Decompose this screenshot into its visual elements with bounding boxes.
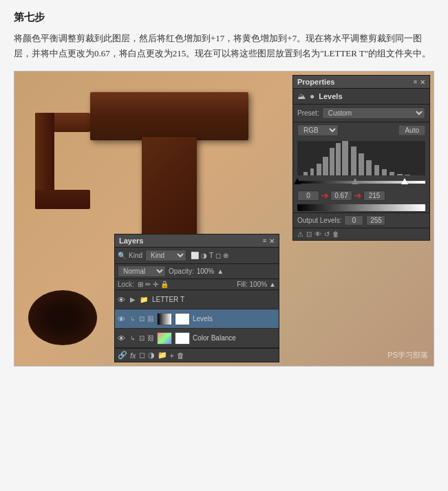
input-white-field[interactable]: 215 (363, 190, 385, 201)
fill-arrow[interactable]: ▲ (269, 281, 276, 288)
levels-indent-icon: ↳ (130, 316, 136, 323)
prop-clip-icon[interactable]: ⊡ (306, 230, 312, 238)
output-label: Output Levels: (297, 217, 341, 224)
fill-label: Fill: 100% (237, 281, 267, 288)
colorbal-layer-name: Color Balance (193, 334, 276, 342)
levels-dot-icon: ● (310, 91, 314, 101)
output-gradient-track (297, 204, 425, 211)
histo-bar (342, 141, 348, 175)
input-levels-slider[interactable] (297, 178, 425, 186)
opacity-label: Opacity: (169, 268, 194, 275)
preset-row: Preset: Custom Default (293, 105, 429, 122)
histo-bar (397, 174, 402, 176)
colorbal-clip-icon: ⊡ (139, 334, 145, 342)
colorbal-eye-icon[interactable]: 👁 (118, 334, 127, 342)
layers-titlebar: Layers ≡ ✕ (115, 234, 279, 248)
preset-label: Preset: (297, 109, 319, 117)
properties-panel: Properties ≡ ✕ ⛰ ● Levels Preset: Custom… (292, 75, 430, 241)
histo-bar (336, 143, 341, 176)
opacity-value: 100% (197, 268, 215, 275)
output-white-field[interactable]: 255 (366, 215, 385, 226)
histo-bar (405, 175, 409, 176)
white-point-handle[interactable] (401, 178, 408, 184)
prop-eye-icon[interactable]: 👁 (314, 230, 321, 238)
link-icon[interactable]: 🔗 (118, 351, 127, 360)
mask-icon[interactable]: ◻ (139, 351, 145, 360)
levels-mountain-icon: ⛰ (297, 91, 306, 101)
output-black-field[interactable]: 0 (344, 215, 363, 226)
prop-warning-icon: ⚠ (297, 230, 303, 238)
search-icon: 🔍 (118, 252, 126, 259)
prop-reset-icon[interactable]: ↺ (324, 230, 330, 238)
output-row: Output Levels: 0 255 (293, 212, 429, 228)
lock-row: Lock: ⊞ ✏ ✛ 🔒 Fill: 100% ▲ (115, 279, 279, 290)
levels-mask-thumb (175, 313, 190, 325)
type-icon[interactable]: T (209, 252, 213, 259)
arrow-right-icon: ➜ (354, 190, 362, 201)
preset-select[interactable]: Custom Default (322, 107, 425, 119)
layers-menu-icon[interactable]: ≡ (263, 237, 266, 244)
input-black-field[interactable]: 0 (297, 190, 319, 201)
histo-bar (366, 160, 371, 176)
kind-select[interactable]: Kind (145, 250, 186, 261)
kind-label: Kind (129, 252, 142, 259)
opacity-arrow[interactable]: ▲ (217, 268, 224, 275)
group-layer-name: LETTER T (152, 296, 276, 303)
lock-position-icon[interactable]: ✛ (153, 281, 158, 288)
group-eye-icon[interactable]: 👁 (118, 296, 127, 304)
smart-icon[interactable]: ⊕ (223, 252, 228, 259)
step-title: 第七步 (14, 11, 434, 24)
input-mid-field[interactable]: 0.67 (330, 190, 352, 201)
histo-bar (359, 153, 363, 176)
prop-panel-controls: ≡ ✕ (414, 78, 425, 86)
choc-c-bottom (35, 190, 90, 209)
histogram-area (297, 141, 425, 175)
levels-link-icon: ⛓ (147, 315, 154, 323)
layers-panel: Layers ≡ ✕ 🔍 Kind Kind ⬜ ◑ T ◻ ⊕ (114, 234, 279, 362)
fx-icon[interactable]: fx (130, 351, 136, 360)
prop-header-row: ⛰ ● Levels (293, 89, 429, 105)
adjustment-icon[interactable]: ◑ (201, 252, 207, 259)
lock-all-icon[interactable]: 🔒 (160, 281, 169, 288)
prop-menu-icon[interactable]: ≡ (414, 78, 417, 85)
layers-panel-bottom: 🔗 fx ◻ ◑ 📁 + 🗑 (115, 348, 279, 362)
colorbal-layer-thumb (157, 332, 172, 345)
colorbalance-layer-row[interactable]: 👁 ↳ ⊡ ⛓ Color Balance (115, 329, 279, 348)
delete-layer-icon[interactable]: 🗑 (177, 351, 184, 360)
description: 将颜色平衡调整剪裁到此图层，然后将红色增加到+17，将黄色增加到+7。现在将水平… (14, 31, 434, 61)
lock-paint-icon[interactable]: ✏ (145, 281, 151, 288)
prop-delete-icon[interactable]: 🗑 (332, 230, 339, 238)
new-layer-icon[interactable]: + (170, 351, 174, 360)
group-arrow-icon[interactable]: ▶ (130, 296, 136, 303)
page-container: 第七步 将颜色平衡调整剪裁到此图层，然后将红色增加到+17，将黄色增加到+7。现… (0, 0, 448, 380)
kind-icons: ⬜ ◑ T ◻ ⊕ (191, 252, 228, 259)
channel-row: RGB Red Green Blue Auto (293, 122, 429, 138)
levels-layer-row[interactable]: 👁 ↳ ⊡ ⛓ Levels (115, 309, 279, 329)
levels-layer-thumb (157, 313, 172, 325)
pixel-icon[interactable]: ⬜ (191, 252, 199, 259)
layers-title: Layers (119, 237, 143, 245)
black-point-handle[interactable] (294, 178, 301, 184)
channel-select[interactable]: RGB Red Green Blue (297, 124, 339, 136)
colorbal-indent-icon: ↳ (130, 335, 136, 342)
blend-opacity-row: Normal Multiply Screen Opacity: 100% ▲ (115, 264, 279, 279)
blend-mode-select[interactable]: Normal Multiply Screen (118, 265, 166, 277)
histo-bar (382, 169, 387, 175)
lock-transparency-icon[interactable]: ⊞ (138, 281, 143, 288)
histo-bar (310, 168, 314, 175)
histo-bar (317, 164, 321, 176)
histo-bar (374, 165, 379, 175)
levels-eye-icon[interactable]: 👁 (118, 315, 127, 323)
properties-title: Properties (297, 78, 334, 86)
prop-close-icon[interactable]: ✕ (420, 78, 425, 86)
layers-close-icon[interactable]: ✕ (269, 237, 275, 245)
folder-add-icon[interactable]: 📁 (158, 351, 167, 360)
midpoint-handle[interactable] (352, 178, 359, 184)
group-layer-row[interactable]: 👁 ▶ 📁 LETTER T (115, 290, 279, 309)
auto-button[interactable]: Auto (398, 125, 425, 135)
adjustment-add-icon[interactable]: ◑ (148, 351, 155, 360)
prop-section-title: Levels (319, 92, 342, 100)
levels-layer-name: Levels (193, 315, 276, 323)
screenshot-area: Properties ≡ ✕ ⛰ ● Levels Preset: Custom… (14, 71, 434, 367)
shape-icon[interactable]: ◻ (215, 252, 221, 259)
